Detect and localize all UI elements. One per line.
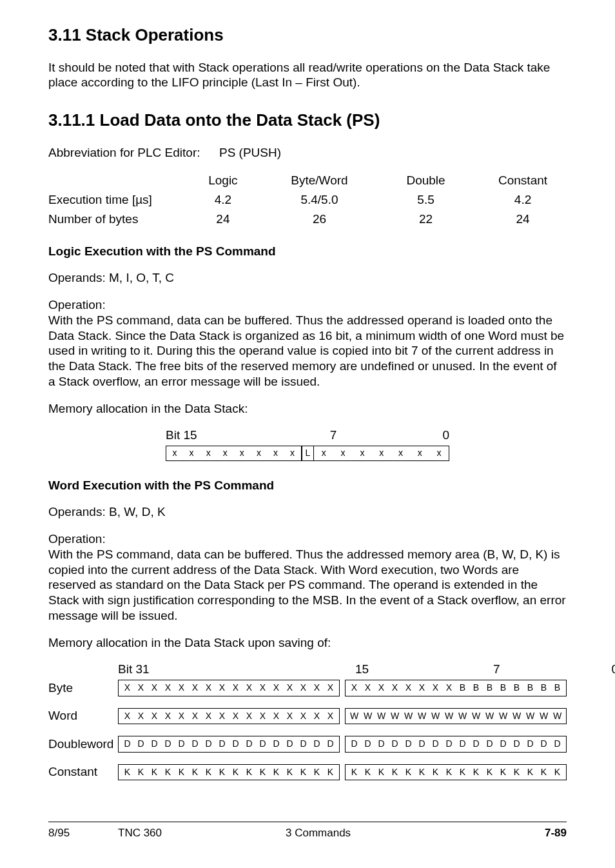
row-label: Number of bytes — [48, 212, 180, 227]
cell: 24 — [479, 212, 567, 227]
bits-lo: XXXXXXXXBBBBBBBB — [345, 680, 567, 696]
mem-alloc-save-label: Memory allocation in the Data Stack upon… — [48, 635, 567, 651]
bit-cell: x — [353, 446, 372, 460]
memory-row-label: Doubleword — [48, 736, 118, 752]
col-double: Double — [373, 173, 479, 188]
col-byteword: Byte/Word — [266, 173, 373, 188]
bit-0-label: 0 — [430, 428, 449, 443]
bit-15-label: 15 — [355, 662, 493, 677]
page-footer: 8/95 TNC 360 3 Commands 7-89 — [48, 822, 567, 840]
cell: 26 — [266, 212, 373, 227]
cell: 4.2 — [479, 192, 567, 208]
col-logic: Logic — [180, 173, 266, 188]
row-label: Execution time [µs] — [48, 192, 180, 208]
bit-cell: x — [333, 446, 353, 460]
word-exec-heading: Word Execution with the PS Command — [48, 478, 567, 493]
bit-cell: x — [250, 446, 267, 460]
bit-0-label: 0 — [605, 662, 615, 677]
bits-lo: WWWWWWWWWWWWWWWW — [345, 708, 567, 725]
bit-cell: x — [183, 446, 200, 460]
timing-table-row: Execution time [µs] 4.2 5.4/5.0 5.5 4.2 — [48, 192, 567, 208]
mem-alloc-label: Memory allocation in the Data Stack: — [48, 401, 567, 417]
word-operands: Operands: B, W, D, K — [48, 504, 567, 520]
word-operation: Operation:With the PS command, data can … — [48, 531, 567, 624]
memory-figure-32bit: Bit 31 15 7 0 ByteXXXXXXXXXXXXXXXXXXXXXX… — [48, 662, 567, 780]
bit-cell: x — [429, 446, 449, 460]
col-constant: Constant — [479, 173, 567, 188]
memory-row: ByteXXXXXXXXXXXXXXXXXXXXXXXXBBBBBBBB — [48, 680, 567, 696]
cell: 5.4/5.0 — [266, 192, 373, 208]
intro-paragraph: It should be noted that with Stack opera… — [48, 60, 567, 91]
bits-lo: KKKKKKKKKKKKKKKK — [345, 764, 567, 781]
memory-row-label: Constant — [48, 764, 118, 780]
memory-row-label: Word — [48, 708, 118, 724]
bit-cell-logic: L — [302, 446, 315, 460]
abbrev-value: PS (PUSH) — [219, 145, 281, 161]
timing-table-row: Number of bytes 24 26 22 24 — [48, 212, 567, 227]
bit-cell: x — [410, 446, 429, 460]
bit-cell: x — [217, 446, 233, 460]
memory-figure-16bit: Bit 15 7 0 xxxxxxxxLxxxxxxx — [166, 428, 449, 460]
bit-cell: x — [166, 446, 183, 460]
logic-operands: Operands: M, I, O, T, C — [48, 270, 567, 286]
memory-row: DoublewordDDDDDDDDDDDDDDDDDDDDDDDDDDDDDD… — [48, 736, 567, 753]
subsection-heading: 3.11.1 Load Data onto the Data Stack (PS… — [48, 110, 567, 131]
bit-cell: x — [267, 446, 284, 460]
bits-hi: KKKKKKKKKKKKKKKK — [118, 764, 340, 781]
bit-cell: x — [372, 446, 391, 460]
bit-cell: x — [314, 446, 333, 460]
footer-model: TNC 360 — [118, 826, 286, 840]
footer-date: 8/95 — [48, 826, 118, 840]
cell: 5.5 — [373, 192, 479, 208]
memory-row: WordXXXXXXXXXXXXXXXXWWWWWWWWWWWWWWWW — [48, 708, 567, 725]
cell: 24 — [180, 212, 266, 227]
bit-cell: x — [200, 446, 217, 460]
section-heading: 3.11 Stack Operations — [48, 25, 567, 46]
cell: 4.2 — [180, 192, 266, 208]
memory-row: ConstantKKKKKKKKKKKKKKKKKKKKKKKKKKKKKKKK — [48, 764, 567, 781]
logic-operation: Operation:With the PS command, data can … — [48, 297, 567, 390]
memory-row-label: Byte — [48, 680, 118, 696]
bit-cell: x — [233, 446, 250, 460]
bits-hi: XXXXXXXXXXXXXXXX — [118, 680, 340, 696]
timing-table-header: Logic Byte/Word Double Constant — [48, 173, 567, 188]
bits-lo: DDDDDDDDDDDDDDDD — [345, 736, 567, 753]
footer-page: 7-89 — [528, 826, 567, 840]
bit-31-label: Bit 31 — [118, 662, 355, 677]
bits-hi: DDDDDDDDDDDDDDDD — [118, 736, 340, 753]
bit-cell: x — [284, 446, 301, 460]
bit-7-label: 7 — [204, 428, 430, 443]
bit-7-label: 7 — [493, 662, 605, 677]
bit-cell: x — [391, 446, 411, 460]
bit-15-label: Bit 15 — [166, 428, 204, 443]
footer-chapter: 3 Commands — [286, 826, 528, 840]
logic-exec-heading: Logic Execution with the PS Command — [48, 244, 567, 259]
abbrev-label: Abbreviation for PLC Editor: — [48, 145, 219, 161]
bits-hi: XXXXXXXXXXXXXXXX — [118, 708, 340, 725]
cell: 22 — [373, 212, 479, 227]
